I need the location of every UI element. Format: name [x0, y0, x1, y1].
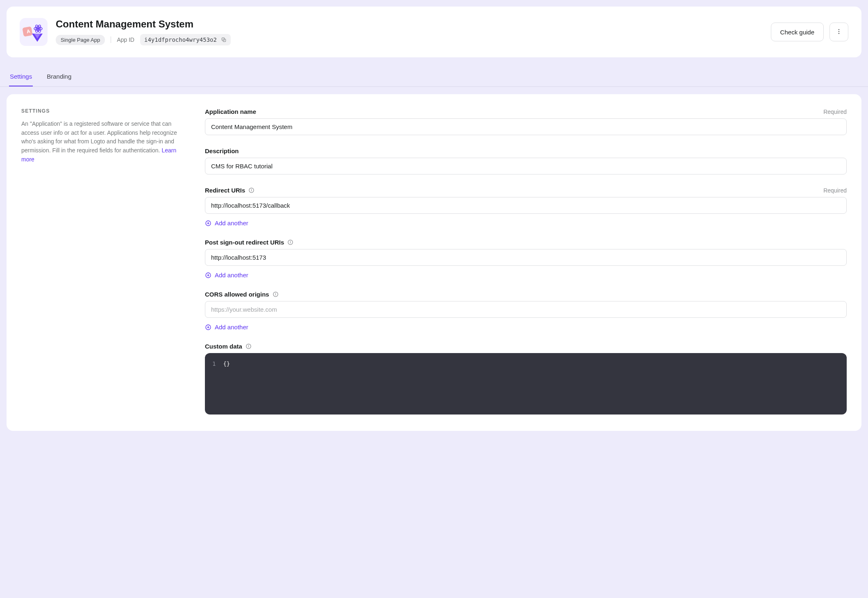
- code-line-number: 1: [212, 360, 216, 407]
- info-icon[interactable]: [287, 239, 293, 245]
- app-id-value: i4y1dfprocho4wry453o2: [144, 36, 217, 43]
- label-description: Description: [205, 147, 239, 154]
- post-signout-input[interactable]: [205, 249, 847, 266]
- app-logo-icon: A: [20, 18, 48, 46]
- add-cors-button[interactable]: Add another: [205, 324, 847, 331]
- app-header: A Content Management System Single Page …: [7, 7, 861, 57]
- app-id-chip[interactable]: i4y1dfprocho4wry453o2: [140, 34, 231, 45]
- divider: [111, 36, 111, 43]
- page-title: Content Management System: [56, 18, 763, 30]
- more-actions-button[interactable]: [829, 23, 848, 41]
- sidebar-description: An "Application" is a registered softwar…: [21, 120, 182, 164]
- plus-circle-icon: [205, 220, 211, 227]
- field-description: Description: [205, 147, 847, 174]
- field-redirect-uris: Redirect URIs Required Add another: [205, 187, 847, 227]
- tab-settings[interactable]: Settings: [9, 66, 33, 86]
- tab-branding[interactable]: Branding: [46, 66, 72, 86]
- label-post-signout: Post sign-out redirect URIs: [205, 239, 284, 246]
- cors-input[interactable]: [205, 301, 847, 318]
- description-input[interactable]: [205, 158, 847, 174]
- plus-circle-icon: [205, 272, 211, 279]
- field-cors: CORS allowed origins Add another: [205, 291, 847, 331]
- header-meta: Single Page App App ID i4y1dfprocho4wry4…: [56, 34, 763, 45]
- app-type-pill: Single Page App: [56, 35, 105, 45]
- add-redirect-button[interactable]: Add another: [205, 220, 847, 227]
- required-redirect: Required: [823, 187, 847, 194]
- label-redirect: Redirect URIs: [205, 187, 245, 194]
- svg-point-8: [838, 29, 839, 30]
- field-custom-data: Custom data 1 {}: [205, 343, 847, 415]
- svg-point-25: [275, 293, 276, 294]
- plus-circle-icon: [205, 324, 211, 331]
- field-post-signout: Post sign-out redirect URIs Add another: [205, 239, 847, 279]
- svg-point-19: [291, 241, 291, 242]
- settings-form: Application name Required Description Re…: [205, 108, 847, 415]
- svg-point-31: [248, 345, 249, 346]
- redirect-uri-input[interactable]: [205, 197, 847, 214]
- info-icon[interactable]: [273, 291, 279, 297]
- info-icon[interactable]: [245, 343, 252, 349]
- svg-point-13: [252, 189, 252, 190]
- info-icon[interactable]: [248, 187, 254, 193]
- svg-point-10: [838, 33, 839, 34]
- settings-panel: SETTINGS An "Application" is a registere…: [7, 94, 861, 431]
- header-info: Content Management System Single Page Ap…: [56, 18, 763, 45]
- label-cors: CORS allowed origins: [205, 291, 269, 298]
- tab-bar: Settings Branding: [0, 66, 868, 87]
- app-id-label: App ID: [117, 36, 134, 43]
- settings-sidebar: SETTINGS An "Application" is a registere…: [21, 108, 182, 415]
- app-name-input[interactable]: [205, 118, 847, 135]
- copy-icon[interactable]: [221, 37, 227, 43]
- label-app-name: Application name: [205, 108, 256, 115]
- header-actions: Check guide: [771, 23, 848, 41]
- custom-data-editor[interactable]: 1 {}: [205, 353, 847, 415]
- code-content: {}: [223, 360, 230, 407]
- more-vertical-icon: [836, 28, 842, 36]
- label-custom-data: Custom data: [205, 343, 242, 350]
- svg-point-2: [37, 27, 39, 30]
- svg-point-9: [838, 31, 839, 32]
- sidebar-title: SETTINGS: [21, 108, 182, 114]
- required-app-name: Required: [823, 109, 847, 115]
- add-post-signout-button[interactable]: Add another: [205, 272, 847, 279]
- field-app-name: Application name Required: [205, 108, 847, 135]
- check-guide-button[interactable]: Check guide: [771, 23, 824, 41]
